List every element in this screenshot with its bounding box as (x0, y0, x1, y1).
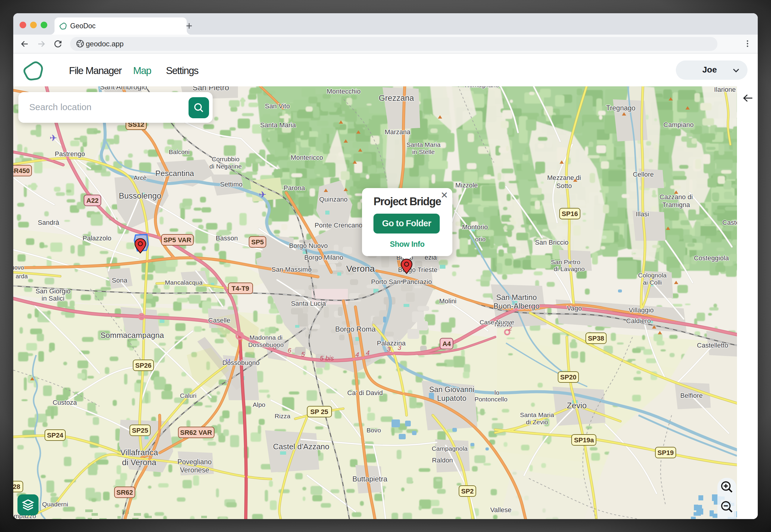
svg-text:Sant'Ambrogio: Sant'Ambrogio (100, 86, 147, 91)
svg-text:5 bis: 5 bis (320, 354, 334, 362)
svg-text:San Briccio: San Briccio (535, 239, 568, 246)
svg-text:Belfiore: Belfiore (680, 392, 703, 399)
svg-text:Buon-Albergo: Buon-Albergo (494, 302, 540, 310)
svg-text:Quinzano: Quinzano (319, 196, 348, 203)
svg-text:SP20: SP20 (560, 373, 576, 381)
svg-text:Santa Lucia: Santa Lucia (291, 300, 326, 307)
svg-text:Sommacampagna: Sommacampagna (101, 331, 164, 340)
svg-text:Sotto: Sotto (556, 182, 571, 190)
svg-text:lo: lo (494, 389, 499, 396)
svg-text:uovo: uovo (13, 264, 24, 271)
svg-text:SP16: SP16 (562, 210, 578, 218)
svg-text:28: 28 (13, 483, 20, 490)
svg-text:A4: A4 (442, 340, 451, 348)
svg-text:San Martino: San Martino (496, 293, 537, 302)
svg-text:Settimo: Settimo (220, 181, 243, 188)
svg-text:Case Nuove: Case Nuove (479, 319, 514, 326)
svg-text:San Giorgio: San Giorgio (36, 287, 70, 295)
svg-text:SR62 VAR: SR62 VAR (180, 429, 212, 436)
svg-text:Madonna di: Madonna di (249, 334, 283, 341)
svg-text:Cazzano di: Cazzano di (660, 193, 693, 201)
svg-text:Castelc: Castelc (722, 219, 737, 226)
svg-text:San Pietro: San Pietro (192, 86, 229, 92)
svg-text:SP38: SP38 (588, 335, 604, 342)
svg-text:Balconi: Balconi (169, 148, 190, 155)
svg-text:Villaggio: Villaggio (629, 306, 654, 314)
svg-text:Sona: Sona (112, 277, 127, 284)
svg-text:Villafranca: Villafranca (120, 448, 158, 457)
svg-text:Rizza: Rizza (275, 413, 291, 419)
svg-text:✈: ✈ (259, 190, 266, 199)
svg-text:✈: ✈ (49, 133, 57, 143)
svg-text:SP24: SP24 (47, 431, 63, 439)
svg-text:Porto San Pancrazio: Porto San Pancrazio (371, 278, 432, 286)
svg-text:Vallese: Vallese (490, 506, 512, 514)
svg-text:SP2: SP2 (461, 487, 474, 495)
svg-text:Romagnano: Romagnano (465, 86, 499, 88)
svg-text:Quaderni: Quaderni (42, 501, 68, 508)
svg-text:Basson: Basson (216, 234, 238, 242)
svg-text:Zevio: Zevio (567, 401, 587, 410)
svg-text:Caldiero: Caldiero (626, 317, 651, 325)
svg-text:Santa Maria: Santa Maria (520, 411, 554, 418)
svg-text:Veronese: Veronese (180, 466, 209, 474)
svg-text:Caluri: Caluri (180, 392, 197, 399)
svg-text:arda: arda (16, 273, 28, 280)
svg-text:Palazzina: Palazzina (377, 339, 406, 347)
svg-text:Bovo: Bovo (367, 427, 381, 434)
svg-text:Pescantina: Pescantina (155, 169, 194, 178)
svg-text:Arcè: Arcè (133, 174, 146, 181)
svg-text:Molini: Molini (439, 297, 456, 305)
svg-text:Grezzana: Grezzana (379, 94, 414, 103)
svg-text:Vago: Vago (567, 305, 582, 312)
svg-text:Costeggiola: Costeggiola (694, 254, 729, 262)
svg-text:6: 6 (288, 347, 292, 354)
svg-text:SP19: SP19 (658, 449, 674, 456)
svg-text:4: 4 (366, 349, 370, 357)
svg-text:5: 5 (301, 351, 305, 358)
svg-text:Colognola: Colognola (638, 272, 667, 279)
svg-text:Borgo Milano: Borgo Milano (304, 254, 343, 261)
svg-text:SP19a: SP19a (574, 436, 594, 444)
svg-text:Campiano: Campiano (664, 121, 694, 128)
svg-text:Pontoncello: Pontoncello (474, 396, 507, 403)
svg-text:Cellore: Cellore (633, 171, 654, 178)
svg-text:Borgo Roma: Borgo Roma (335, 325, 376, 333)
svg-text:Dossobuono: Dossobuono (222, 359, 260, 367)
svg-text:Pastrengo: Pastrengo (55, 150, 85, 158)
svg-text:A22: A22 (86, 197, 98, 204)
svg-text:4: 4 (355, 351, 359, 358)
svg-text:SP5 VAR: SP5 VAR (163, 236, 191, 244)
svg-text:di Zevio: di Zevio (526, 419, 548, 425)
svg-text:SP26: SP26 (135, 362, 151, 369)
svg-text:Mezzane di: Mezzane di (547, 174, 581, 181)
svg-text:T4-T9: T4-T9 (232, 285, 249, 292)
svg-text:Dossobuono: Dossobuono (248, 341, 284, 348)
svg-text:in Stelle: in Stelle (412, 148, 435, 155)
svg-text:Bussolengo: Bussolengo (119, 191, 161, 200)
svg-text:Santa Maria: Santa Maria (406, 141, 441, 148)
svg-text:Tramigna: Tramigna (662, 201, 690, 209)
svg-text:Buttapietra: Buttapietra (352, 475, 388, 483)
svg-text:Marzana: Marzana (385, 128, 410, 136)
svg-text:Povegliano: Povegliano (177, 458, 212, 466)
svg-text:di Lavagno: di Lavagno (554, 265, 585, 272)
svg-text:Santa Maria: Santa Maria (260, 121, 296, 129)
svg-text:Campagnola: Campagnola (432, 445, 467, 452)
svg-text:Parona: Parona (284, 184, 305, 192)
svg-text:Castelletto: Castelletto (697, 342, 728, 349)
svg-text:SP 25: SP 25 (310, 408, 328, 416)
svg-text:di Verona: di Verona (122, 458, 156, 467)
svg-text:Ca' di David: Ca' di David (347, 389, 383, 397)
svg-text:Ilarione: Ilarione (714, 86, 736, 93)
svg-text:Alpo: Alpo (253, 401, 265, 408)
svg-text:Montecchio: Montecchio (327, 88, 361, 95)
svg-text:orio: orio (475, 236, 485, 243)
svg-text:SR450: SR450 (13, 167, 30, 175)
svg-text:San Vito: San Vito (265, 102, 290, 110)
svg-text:Caselle: Caselle (208, 317, 230, 324)
svg-text:Illasi: Illasi (636, 210, 649, 218)
svg-text:Palazzolo: Palazzolo (82, 234, 111, 242)
svg-text:Montericco: Montericco (291, 154, 323, 161)
svg-text:Tregnago: Tregnago (606, 104, 636, 112)
